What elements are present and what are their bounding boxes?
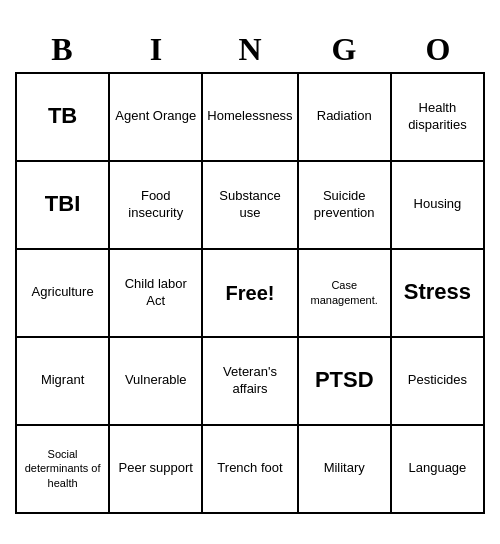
header-letter-O: O bbox=[394, 31, 482, 68]
bingo-header: BINGO bbox=[15, 31, 485, 68]
header-letter-I: I bbox=[112, 31, 200, 68]
bingo-cell-15: Migrant bbox=[17, 338, 110, 426]
header-letter-G: G bbox=[300, 31, 388, 68]
bingo-cell-20: Social determinants of health bbox=[17, 426, 110, 514]
header-letter-B: B bbox=[18, 31, 106, 68]
bingo-cell-5: TBI bbox=[17, 162, 110, 250]
bingo-cell-7: Substance use bbox=[203, 162, 298, 250]
bingo-cell-4: Health disparities bbox=[392, 74, 485, 162]
bingo-cell-14: Stress bbox=[392, 250, 485, 338]
bingo-cell-11: Child labor Act bbox=[110, 250, 203, 338]
bingo-cell-12: Free! bbox=[203, 250, 298, 338]
bingo-cell-23: Military bbox=[299, 426, 392, 514]
bingo-cell-22: Trench foot bbox=[203, 426, 298, 514]
bingo-cell-1: Agent Orange bbox=[110, 74, 203, 162]
bingo-cell-17: Veteran's affairs bbox=[203, 338, 298, 426]
bingo-cell-2: Homelessness bbox=[203, 74, 298, 162]
bingo-cell-10: Agriculture bbox=[17, 250, 110, 338]
bingo-cell-9: Housing bbox=[392, 162, 485, 250]
bingo-cell-13: Case management. bbox=[299, 250, 392, 338]
bingo-cell-24: Language bbox=[392, 426, 485, 514]
bingo-cell-21: Peer support bbox=[110, 426, 203, 514]
bingo-cell-8: Suicide prevention bbox=[299, 162, 392, 250]
bingo-card: BINGO TBAgent OrangeHomelessnessRadiatio… bbox=[15, 31, 485, 514]
bingo-cell-6: Food insecurity bbox=[110, 162, 203, 250]
header-letter-N: N bbox=[206, 31, 294, 68]
bingo-grid: TBAgent OrangeHomelessnessRadiationHealt… bbox=[15, 72, 485, 514]
bingo-cell-0: TB bbox=[17, 74, 110, 162]
bingo-cell-19: Pesticides bbox=[392, 338, 485, 426]
bingo-cell-16: Vulnerable bbox=[110, 338, 203, 426]
bingo-cell-18: PTSD bbox=[299, 338, 392, 426]
bingo-cell-3: Radiation bbox=[299, 74, 392, 162]
